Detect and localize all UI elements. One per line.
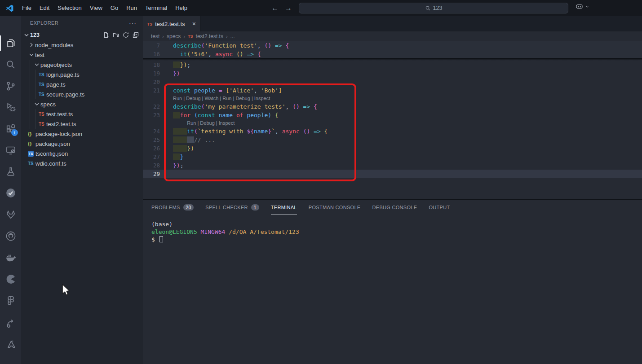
menu-terminal[interactable]: Terminal: [141, 0, 171, 16]
activity-source-control-icon[interactable]: [0, 77, 21, 95]
activity-more-views[interactable]: ···: [0, 357, 21, 364]
activity-live-share-icon[interactable]: [0, 314, 21, 332]
activity-search-icon[interactable]: [0, 56, 21, 74]
chevron-down-icon: [585, 4, 589, 9]
activity-docker-icon[interactable]: [0, 249, 21, 267]
tree-item-label: package-lock.json: [35, 131, 82, 137]
code-token: (): [265, 42, 272, 49]
tree-item-node-modules[interactable]: node_modules: [21, 40, 143, 50]
activity-azure-icon[interactable]: [0, 335, 21, 353]
line-number: 20: [143, 78, 160, 86]
chevron-down-icon: [33, 101, 40, 108]
activity-run-and-debug-icon[interactable]: [0, 98, 21, 116]
menu-selection[interactable]: Selection: [53, 0, 85, 16]
tree-item-login-page-ts[interactable]: TSlogin.page.ts: [21, 70, 143, 79]
code-token: ,: [257, 42, 265, 49]
activity-extensions-icon[interactable]: 1: [0, 120, 21, 138]
menu-edit[interactable]: Edit: [35, 0, 53, 16]
panel-tab-label: POSTMAN CONSOLE: [309, 205, 361, 210]
activity-figma-icon[interactable]: [0, 292, 21, 310]
panel-tab-postman-console[interactable]: POSTMAN CONSOLE: [309, 200, 361, 215]
code-token: }): [180, 61, 187, 68]
typescript-file-icon: TS: [188, 34, 193, 39]
activity-testing-icon[interactable]: [0, 162, 21, 180]
tree-item-test[interactable]: test: [21, 50, 143, 60]
bottom-panel: PROBLEMS20SPELL CHECKER1TERMINALPOSTMAN …: [143, 199, 642, 364]
tree-item-test-test-ts[interactable]: TStest.test.ts: [21, 109, 143, 119]
breadcrumb-item[interactable]: test2.test.ts: [196, 33, 223, 39]
menu-file[interactable]: File: [18, 0, 35, 16]
forward-arrow-icon[interactable]: →: [285, 4, 292, 12]
activity-check-circle-icon[interactable]: [0, 184, 21, 202]
breadcrumb-item[interactable]: specs: [167, 33, 181, 39]
breadcrumb-separator: ›: [183, 34, 185, 39]
tree-item-test2-test-ts[interactable]: TStest2.test.ts: [21, 119, 143, 129]
menu-view[interactable]: View: [86, 0, 106, 16]
tree-item-pageobjects[interactable]: pageobjects: [21, 60, 143, 70]
tree-item-specs[interactable]: specs: [21, 99, 143, 109]
breadcrumb-separator: ›: [226, 34, 228, 39]
tree-item-package-json[interactable]: {}package.json: [21, 139, 143, 149]
tree-item-page-ts[interactable]: TSpage.ts: [21, 79, 143, 89]
back-arrow-icon[interactable]: ←: [271, 4, 279, 12]
panel-tab-spell-checker[interactable]: SPELL CHECKER1: [205, 200, 259, 215]
tree-item-package-lock-json[interactable]: {}package-lock.json: [21, 129, 143, 139]
workspace-root-row[interactable]: 123: [21, 30, 143, 40]
panel-tab-label: SPELL CHECKER: [205, 205, 248, 210]
tree-item-label: node_modules: [35, 42, 73, 48]
tree-item-tsconfig-json[interactable]: TStsconfig.json: [21, 149, 143, 158]
tree-item-wdio-conf-ts[interactable]: TSwdio.conf.ts: [21, 158, 143, 168]
code-token: =>: [275, 42, 282, 49]
workspace-root-label: 123: [30, 32, 40, 38]
panel-tab-label: PROBLEMS: [151, 205, 180, 210]
code-token: [173, 51, 180, 57]
panel-tab-badge: 20: [183, 204, 194, 211]
panel-tab-problems[interactable]: PROBLEMS20: [151, 200, 194, 215]
code-token: (: [187, 51, 190, 57]
copilot-icon: [576, 3, 583, 10]
menu-run[interactable]: Run: [122, 0, 141, 16]
red-annotation-box: [164, 83, 356, 181]
command-center-search[interactable]: 123: [299, 3, 568, 13]
panel-tab-output[interactable]: OUTPUT: [429, 200, 450, 215]
line-number: 24: [143, 127, 160, 136]
activity-gitlab-icon[interactable]: [0, 206, 21, 224]
activity-github-icon[interactable]: [0, 227, 21, 245]
code-token: [271, 42, 275, 49]
code-token: [254, 51, 257, 57]
close-tab-icon[interactable]: ×: [192, 20, 196, 27]
terminal-text: eleon@LEGION5: [151, 228, 197, 235]
views-more-icon[interactable]: ···: [129, 19, 137, 26]
breadcrumb-item[interactable]: test: [151, 33, 159, 39]
refresh-icon[interactable]: [122, 31, 129, 39]
copilot-menu[interactable]: [576, 3, 589, 10]
tab-test2-test-ts[interactable]: TS test2.test.ts ×: [143, 16, 200, 31]
activity-explorer-icon[interactable]: [0, 34, 21, 52]
collapse-all-icon[interactable]: [132, 31, 139, 39]
new-folder-icon[interactable]: [112, 31, 120, 39]
breadcrumb-item[interactable]: ...: [230, 33, 235, 39]
new-file-icon[interactable]: [102, 31, 110, 39]
tree-item-label: login.page.ts: [46, 71, 80, 78]
activity-remote-explorer-icon[interactable]: [0, 141, 21, 159]
panel-tab-terminal[interactable]: TERMINAL: [271, 200, 297, 215]
sticky-code-line[interactable]: 7describe('Function test', () => {: [143, 41, 642, 50]
code-token: ;: [187, 61, 190, 68]
code-line[interactable]: 19}): [143, 69, 642, 78]
typescript-file-icon: TS: [39, 122, 46, 127]
panel-tab-label: TERMINAL: [271, 205, 297, 210]
panel-tab-debug-console[interactable]: DEBUG CONSOLE: [372, 200, 417, 215]
menu-help[interactable]: Help: [171, 0, 191, 16]
tree-item-label: secure.page.ts: [46, 91, 84, 98]
tree-item-secure-page-ts[interactable]: TSsecure.page.ts: [21, 89, 143, 99]
menu-go[interactable]: Go: [106, 0, 122, 16]
sticky-code-line[interactable]: 16 it('5+6', async () => {: [143, 50, 642, 58]
breadcrumb[interactable]: test›specs›TStest2.test.ts›...: [143, 31, 642, 41]
code-line[interactable]: 18 });: [143, 61, 642, 69]
terminal-output[interactable]: (base)eleon@LEGION5 MINGW64 /d/QA_A/Test…: [143, 215, 642, 243]
explorer-sidebar: EXPLORER ··· 123 node_modulestestpageobj…: [21, 16, 143, 364]
json-file-icon: {}: [28, 141, 35, 146]
code-editor[interactable]: 7describe('Function test', () => {16 it(…: [143, 41, 642, 199]
terminal-text: (base): [151, 221, 173, 228]
activity-pie-circle-icon[interactable]: [0, 270, 21, 288]
